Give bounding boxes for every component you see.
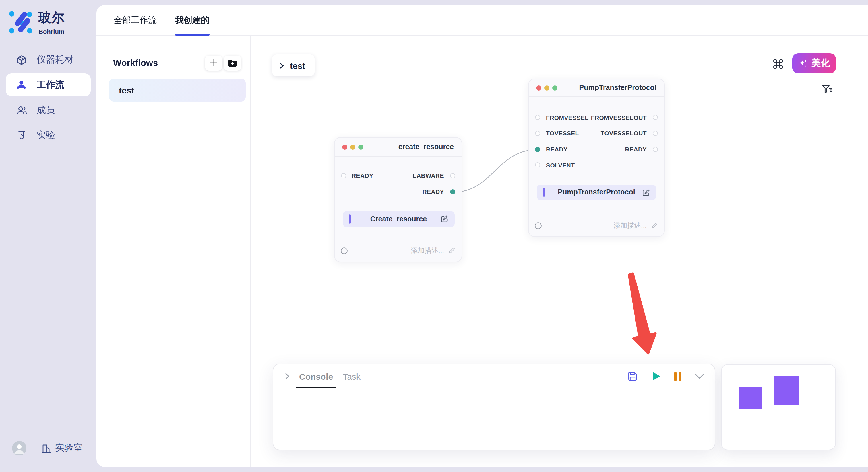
output-port-ready[interactable]: READY xyxy=(422,188,455,195)
input-port-fromvessel[interactable]: FROMVESSEL xyxy=(535,114,589,121)
info-icon[interactable] xyxy=(534,222,542,229)
flow-canvas[interactable]: test 美化 create_res xyxy=(251,36,868,467)
port-handle[interactable] xyxy=(652,115,658,120)
workflow-people-icon xyxy=(16,79,27,91)
workflows-panel: Workflows test xyxy=(96,36,251,467)
tab-label: 我创建的 xyxy=(175,14,210,26)
workflows-title: Workflows xyxy=(113,58,158,68)
user-avatar[interactable] xyxy=(12,441,26,456)
sidebar-item-workflow[interactable]: 工作流 xyxy=(0,73,96,96)
sidebar-item-label: 成员 xyxy=(37,104,55,116)
port-label: READY xyxy=(546,146,568,153)
output-port-ready[interactable]: READY xyxy=(625,146,658,153)
edit-pen-icon[interactable] xyxy=(441,215,448,223)
tab-all-workflows[interactable]: 全部工作流 xyxy=(114,5,157,35)
port-handle[interactable] xyxy=(341,173,346,178)
sidebar-item-instruments[interactable]: 仪器耗材 xyxy=(0,48,96,71)
bohrium-logo-icon xyxy=(8,9,33,34)
annotation-arrow xyxy=(618,270,670,361)
port-handle[interactable] xyxy=(535,162,540,167)
console-tab[interactable]: Console xyxy=(299,364,333,388)
port-label: READY xyxy=(422,188,444,195)
lab-switcher[interactable]: 实验室 xyxy=(41,442,83,454)
node-name-pill[interactable]: PumpTransferProtocol xyxy=(537,184,656,200)
active-tab-underline xyxy=(175,34,210,35)
pencil-icon[interactable] xyxy=(651,222,658,229)
beautify-label: 美化 xyxy=(811,57,830,69)
import-folder-button[interactable] xyxy=(224,55,241,70)
port-label: TOVESSEL xyxy=(546,130,579,136)
pencil-icon[interactable] xyxy=(448,247,455,254)
output-port-tovesselout[interactable]: TOVESSELOUT xyxy=(601,130,658,136)
edit-pen-icon[interactable] xyxy=(642,189,650,196)
filter-button[interactable] xyxy=(821,83,832,95)
task-tab[interactable]: Task xyxy=(343,364,361,388)
add-workflow-button[interactable] xyxy=(205,55,222,70)
sidebar-item-experiments[interactable]: 实验 xyxy=(0,124,96,147)
node-footer: 添加描述... xyxy=(340,245,455,256)
port-label: LABWARE xyxy=(413,172,444,179)
brand-name-en: Bohrium xyxy=(38,28,65,35)
tab-label: 全部工作流 xyxy=(114,14,157,26)
port-handle-connected[interactable] xyxy=(450,189,455,194)
filter-funnel-icon xyxy=(821,83,832,94)
sidebar-item-label: 工作流 xyxy=(37,79,64,91)
traffic-red-dot xyxy=(536,85,541,90)
workflow-list-item-test[interactable]: test xyxy=(109,78,246,102)
pill-label: PumpTransferProtocol xyxy=(537,189,656,196)
brand-name-zh: 玻尔 xyxy=(38,9,65,26)
minimap-node-create-resource xyxy=(739,386,762,409)
pause-button[interactable] xyxy=(673,371,682,381)
port-handle-connected[interactable] xyxy=(535,146,540,152)
play-icon xyxy=(650,371,661,381)
traffic-yellow-dot xyxy=(544,85,549,90)
save-button[interactable] xyxy=(627,371,638,381)
description-placeholder[interactable]: 添加描述... xyxy=(411,246,444,256)
node-title: PumpTransferProtocol xyxy=(579,84,657,92)
pause-icon xyxy=(673,371,682,381)
port-handle[interactable] xyxy=(652,146,658,152)
node-name-pill[interactable]: Create_resource xyxy=(343,211,454,227)
output-port-labware[interactable]: LABWARE xyxy=(413,172,455,179)
chevron-down-icon xyxy=(694,373,704,379)
node-footer: 添加描述... xyxy=(534,220,658,231)
sidebar-item-members[interactable]: 成员 xyxy=(0,99,96,122)
sidebar-item-label: 实验 xyxy=(37,129,55,141)
port-handle[interactable] xyxy=(535,115,540,120)
breadcrumb[interactable]: test xyxy=(272,55,315,76)
input-port-ready[interactable]: READY xyxy=(341,172,373,179)
minimap[interactable] xyxy=(721,364,836,450)
node-create-resource[interactable]: create_resource READY LABWARE READY Crea… xyxy=(334,137,462,262)
run-button[interactable] xyxy=(650,371,661,381)
traffic-green-dot xyxy=(552,85,557,90)
pill-cursor-bar xyxy=(349,214,350,224)
input-port-tovessel[interactable]: TOVESSEL xyxy=(535,130,579,136)
port-handle[interactable] xyxy=(535,131,540,136)
collapse-panel-button[interactable] xyxy=(694,373,704,379)
tab-created-by-me[interactable]: 我创建的 xyxy=(175,5,210,35)
info-icon[interactable] xyxy=(340,247,348,255)
port-handle[interactable] xyxy=(652,131,658,136)
workflow-item-label: test xyxy=(119,85,134,95)
sidebar-footer: 实验室 xyxy=(0,441,96,456)
node-header: create_resource xyxy=(334,138,461,157)
input-port-ready[interactable]: READY xyxy=(535,146,568,153)
minimap-node-pump-transfer xyxy=(774,376,799,405)
pill-label: Create_resource xyxy=(343,215,454,223)
plus-icon xyxy=(209,59,218,67)
command-palette-button[interactable] xyxy=(771,57,785,71)
package-icon xyxy=(16,54,27,65)
console-tab-label: Console xyxy=(299,371,333,381)
users-icon xyxy=(16,104,27,116)
collapse-chevron-icon[interactable] xyxy=(284,373,290,380)
node-pump-transfer-protocol[interactable]: PumpTransferProtocol FROMVESSEL TOVESSEL… xyxy=(528,78,664,237)
port-handle[interactable] xyxy=(450,173,455,178)
breadcrumb-label: test xyxy=(290,61,305,70)
input-port-solvent[interactable]: SOLVENT xyxy=(535,162,575,168)
traffic-green-dot xyxy=(358,144,363,149)
output-port-fromvesselout[interactable]: FROMVESSELOUT xyxy=(591,114,658,121)
folder-download-icon xyxy=(228,59,237,67)
beautify-button[interactable]: 美化 xyxy=(792,53,836,73)
save-floppy-icon xyxy=(627,371,638,381)
description-placeholder[interactable]: 添加描述... xyxy=(613,221,647,230)
